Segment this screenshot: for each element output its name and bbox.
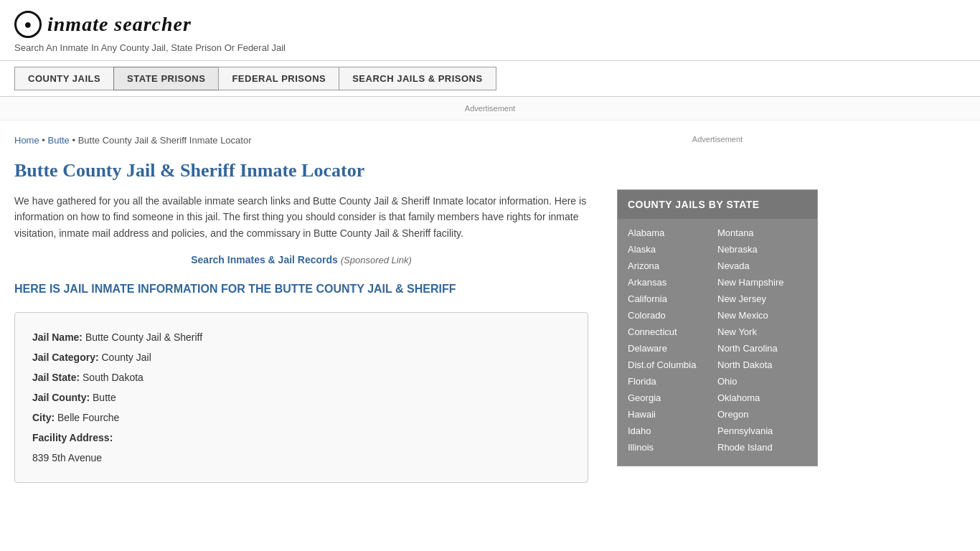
jail-state-value: South Dakota xyxy=(83,372,143,383)
breadcrumb-butte[interactable]: Butte xyxy=(48,135,70,146)
jail-name-label: Jail Name: xyxy=(32,331,83,343)
state-item[interactable]: Georgia xyxy=(628,390,717,406)
state-item[interactable]: Florida xyxy=(628,373,717,390)
jail-county-label: Jail County: xyxy=(32,392,90,403)
jail-county-row: Jail County: Butte xyxy=(32,387,570,408)
description: We have gathered for you all the availab… xyxy=(14,193,588,241)
state-item[interactable]: Alabama xyxy=(628,225,717,241)
sidebar-ad: Advertisement xyxy=(617,135,818,178)
state-item[interactable]: Nevada xyxy=(717,258,807,274)
state-item[interactable]: North Carolina xyxy=(717,340,807,357)
state-item[interactable]: California xyxy=(628,291,717,307)
city-label: City: xyxy=(32,412,55,423)
state-item[interactable]: Hawaii xyxy=(628,406,717,423)
main-layout: Home • Butte • Butte County Jail & Sheri… xyxy=(0,121,980,497)
state-item[interactable]: Oklahoma xyxy=(717,390,807,406)
nav-federal-prisons[interactable]: FEDERAL PRISONS xyxy=(218,67,339,90)
facility-address-value: 839 5th Avenue xyxy=(32,448,570,468)
sponsored-suffix: (Sponsored Link) xyxy=(341,255,412,265)
state-item[interactable]: Idaho xyxy=(628,423,717,439)
state-item[interactable]: New York xyxy=(717,324,807,340)
info-box: Jail Name: Butte County Jail & Sheriff J… xyxy=(14,312,588,483)
state-item[interactable]: Illinois xyxy=(628,439,717,456)
sidebar: Advertisement COUNTY JAILS BY STATE Alab… xyxy=(603,121,818,497)
jail-category-label: Jail Category: xyxy=(32,352,99,363)
facility-address-label: Facility Address: xyxy=(32,428,570,448)
nav-search-jails[interactable]: SEARCH JAILS & PRISONS xyxy=(339,67,496,90)
breadcrumb-sep1: • xyxy=(42,135,45,146)
logo-searcher: searcher xyxy=(114,13,192,35)
city-value: Belle Fourche xyxy=(57,412,119,423)
city-row: City: Belle Fourche xyxy=(32,408,570,428)
nav-bar: COUNTY JAILS STATE PRISONS FEDERAL PRISO… xyxy=(0,60,980,97)
jail-county-value: Butte xyxy=(93,392,116,403)
county-jails-title: COUNTY JAILS BY STATE xyxy=(618,190,817,219)
nav-county-jails[interactable]: COUNTY JAILS xyxy=(14,67,113,90)
state-item[interactable]: North Dakota xyxy=(717,357,807,373)
state-item[interactable]: Delaware xyxy=(628,340,717,357)
sponsored-link-section: Search Inmates & Jail Records (Sponsored… xyxy=(14,254,588,265)
logo-inmate: inmate xyxy=(47,13,114,35)
breadcrumb-home[interactable]: Home xyxy=(14,135,39,146)
jail-category-row: Jail Category: County Jail xyxy=(32,347,570,367)
breadcrumb-sep2: • xyxy=(72,135,75,146)
section-heading: HERE IS JAIL INMATE INFORMATION FOR THE … xyxy=(14,281,588,297)
sponsored-link[interactable]: Search Inmates & Jail Records xyxy=(191,254,338,265)
state-item[interactable]: Dist.of Columbia xyxy=(628,357,717,373)
logo-text: inmate searcher xyxy=(47,13,192,36)
header: ● inmate searcher Search An Inmate In An… xyxy=(0,0,980,60)
state-item[interactable]: New Hampshire xyxy=(717,274,807,291)
state-item[interactable]: New Mexico xyxy=(717,307,807,324)
state-item[interactable]: Ohio xyxy=(717,373,807,390)
breadcrumb-current: Butte County Jail & Sheriff Inmate Locat… xyxy=(78,135,252,146)
page-title: Butte County Jail & Sheriff Inmate Locat… xyxy=(14,160,588,182)
state-item[interactable]: Colorado xyxy=(628,307,717,324)
jail-category-value: County Jail xyxy=(101,352,151,363)
county-jails-box: COUNTY JAILS BY STATE AlabamaAlaskaArizo… xyxy=(617,189,818,466)
state-item[interactable]: Connecticut xyxy=(628,324,717,340)
jail-state-label: Jail State: xyxy=(32,372,80,383)
state-item[interactable]: Montana xyxy=(717,225,807,241)
nav-state-prisons[interactable]: STATE PRISONS xyxy=(113,67,218,90)
state-item[interactable]: Arkansas xyxy=(628,274,717,291)
content-area: Home • Butte • Butte County Jail & Sheri… xyxy=(14,121,603,497)
logo-area: ● inmate searcher xyxy=(14,11,966,38)
state-item[interactable]: Arizona xyxy=(628,258,717,274)
logo-icon: ● xyxy=(14,11,42,38)
state-item[interactable]: Alaska xyxy=(628,241,717,258)
state-item[interactable]: Rhode Island xyxy=(717,439,807,456)
jail-name-value: Butte County Jail & Sheriff xyxy=(85,331,202,343)
state-item[interactable]: Nebraska xyxy=(717,241,807,258)
jail-name-row: Jail Name: Butte County Jail & Sheriff xyxy=(32,327,570,347)
jail-state-row: Jail State: South Dakota xyxy=(32,367,570,387)
tagline: Search An Inmate In Any County Jail, Sta… xyxy=(14,42,966,53)
state-list: AlabamaAlaskaArizonaArkansasCaliforniaCo… xyxy=(618,219,817,466)
state-item[interactable]: Oregon xyxy=(717,406,807,423)
facility-address-row: Facility Address: 839 5th Avenue xyxy=(32,428,570,468)
breadcrumb: Home • Butte • Butte County Jail & Sheri… xyxy=(14,135,588,146)
state-item[interactable]: Pennsylvania xyxy=(717,423,807,439)
ad-banner-top: Advertisement xyxy=(0,97,980,121)
state-item[interactable]: New Jersey xyxy=(717,291,807,307)
